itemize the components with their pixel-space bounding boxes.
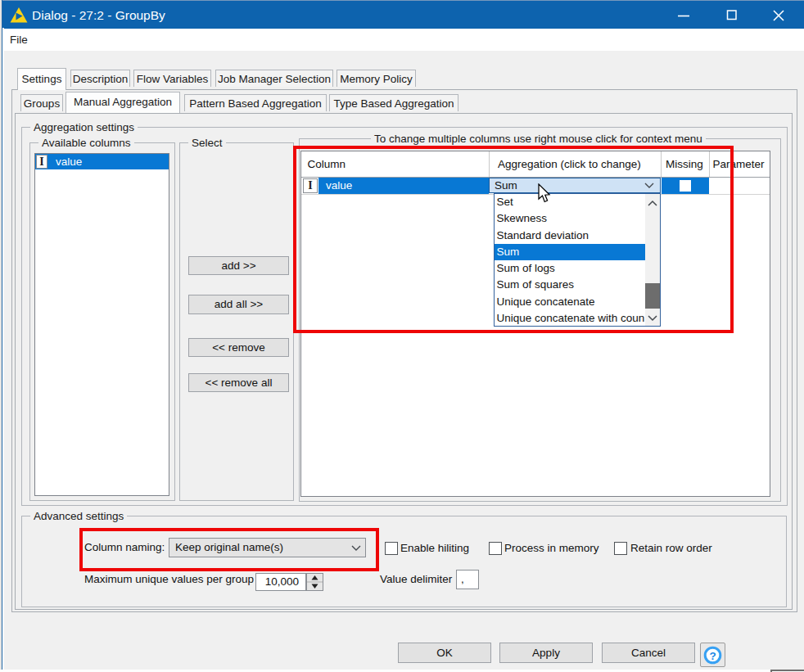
svg-text:?: ? [709,650,716,662]
